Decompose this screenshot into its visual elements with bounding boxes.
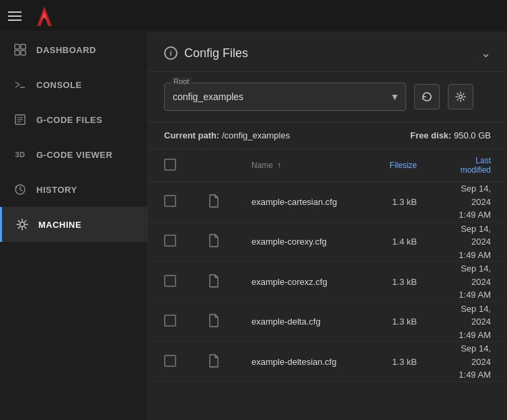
row-checkbox[interactable] (164, 235, 176, 247)
svg-rect-5 (21, 50, 26, 55)
svg-line-18 (25, 227, 26, 228)
free-disk-label: Free disk: (410, 130, 451, 140)
sidebar-item-label-history: HISTORY (36, 185, 77, 195)
svg-rect-4 (15, 50, 20, 55)
logo (32, 4, 56, 28)
file-name-cell[interactable]: example-deltesian.cfg (235, 342, 373, 382)
file-name-cell[interactable]: example-delta.cfg (235, 302, 373, 342)
content-area: i Config Files ⌄ Root config_examples co… (148, 32, 507, 420)
file-icon-cell (192, 342, 235, 382)
console-icon (13, 78, 27, 91)
current-path-group: Current path: /config_examples (164, 130, 290, 140)
select-all-checkbox[interactable] (164, 159, 176, 171)
sidebar-item-gcode-files[interactable]: G-CODE FILES (0, 102, 147, 137)
file-icon-cell (192, 302, 235, 342)
svg-point-12 (20, 222, 25, 227)
sidebar-item-gcode-viewer[interactable]: 3D G-CODE VIEWER (0, 137, 147, 172)
table-row: example-cartesian.cfg1.3 kBSep 14,20241:… (148, 182, 507, 222)
sidebar-item-dashboard[interactable]: DASHBOARD (0, 32, 147, 67)
sort-arrow-icon: ↑ (277, 161, 281, 170)
file-modified-cell: Sep 14,20241:49 AM (433, 302, 507, 342)
col-header-check (148, 149, 192, 182)
chevron-down-icon[interactable]: ⌄ (481, 46, 491, 60)
gcode-files-icon (13, 113, 27, 126)
sidebar: DASHBOARD CONSOLE G-CODE F (0, 32, 148, 420)
table-row: example-delta.cfg1.3 kBSep 14,20241:49 A… (148, 302, 507, 342)
row-checkbox[interactable] (164, 195, 176, 207)
file-doc-icon (208, 354, 219, 368)
file-name-cell[interactable]: example-cartesian.cfg (235, 182, 373, 222)
svg-rect-2 (15, 44, 20, 49)
sidebar-item-label-gcode-files: G-CODE FILES (36, 115, 102, 125)
file-size-cell: 1.3 kB (373, 302, 433, 342)
file-table: Name ↑ Filesize Last modified example-ca… (148, 149, 507, 382)
table-row: example-deltesian.cfg1.3 kBSep 14,20241:… (148, 342, 507, 382)
file-name-cell[interactable]: example-corexz.cfg (235, 262, 373, 302)
row-checkbox[interactable] (164, 355, 176, 367)
file-size-cell: 1.4 kB (373, 222, 433, 262)
col-header-filesize[interactable]: Filesize (373, 149, 433, 182)
config-files-title-group: i Config Files (164, 46, 248, 60)
refresh-button[interactable] (414, 84, 440, 110)
root-label: Root (171, 77, 192, 85)
config-files-title: Config Files (184, 46, 248, 60)
root-select-wrapper: Root config_examples config logs ▼ (164, 83, 406, 111)
file-size-cell: 1.3 kB (373, 342, 433, 382)
svg-line-19 (25, 220, 26, 222)
topbar (0, 0, 507, 32)
row-checkbox[interactable] (164, 314, 176, 327)
gcode-viewer-icon: 3D (13, 148, 27, 161)
file-name-cell[interactable]: example-corexy.cfg (235, 222, 373, 262)
dashboard-icon (13, 43, 27, 56)
current-path-value: /config_examples (222, 130, 290, 140)
table-row: example-corexz.cfg1.3 kBSep 14,20241:49 … (148, 262, 507, 302)
file-doc-icon (208, 234, 219, 247)
sidebar-item-label-console: CONSOLE (36, 80, 82, 90)
history-icon (13, 183, 27, 196)
file-size-cell: 1.3 kB (373, 262, 433, 302)
file-doc-icon (208, 274, 219, 288)
file-modified-cell: Sep 14,20241:49 AM (433, 182, 507, 222)
sidebar-item-console[interactable]: CONSOLE (0, 67, 147, 102)
current-path-label: Current path: (164, 130, 219, 140)
file-doc-icon (208, 194, 219, 208)
sidebar-item-label-machine: MACHINE (38, 220, 81, 230)
table-header-row: Name ↑ Filesize Last modified (148, 149, 507, 182)
col-header-modified[interactable]: Last modified (433, 149, 507, 182)
file-icon-cell (192, 222, 235, 262)
settings-button[interactable] (448, 84, 473, 110)
sidebar-item-machine[interactable]: MACHINE (0, 207, 147, 242)
col-header-icon (192, 149, 235, 182)
file-modified-cell: Sep 14,20241:49 AM (433, 222, 507, 262)
svg-line-17 (18, 220, 20, 222)
table-row: example-corexy.cfg1.4 kBSep 14,20241:49 … (148, 222, 507, 262)
file-doc-icon (208, 314, 219, 327)
file-icon-cell (192, 262, 235, 302)
machine-icon (15, 218, 29, 231)
path-info: Current path: /config_examples Free disk… (148, 122, 507, 149)
sidebar-item-label-gcode-viewer: G-CODE VIEWER (36, 150, 112, 160)
svg-point-21 (459, 95, 463, 99)
free-disk-value: 950.0 GB (454, 130, 491, 140)
hamburger-menu-button[interactable] (8, 11, 22, 21)
file-modified-cell: Sep 14,20241:49 AM (433, 342, 507, 382)
root-section: Root config_examples config logs ▼ (148, 72, 507, 122)
svg-line-20 (18, 227, 20, 228)
col-header-name[interactable]: Name ↑ (235, 149, 373, 182)
file-icon-cell (192, 182, 235, 222)
file-size-cell: 1.3 kB (373, 182, 433, 222)
sidebar-item-label-dashboard: DASHBOARD (36, 45, 96, 55)
free-disk-group: Free disk: 950.0 GB (410, 130, 491, 140)
root-select[interactable]: config_examples config logs (164, 83, 406, 111)
file-modified-cell: Sep 14,20241:49 AM (433, 262, 507, 302)
config-files-header: i Config Files ⌄ (148, 32, 507, 72)
sidebar-item-history[interactable]: HISTORY (0, 172, 147, 207)
col-name-label: Name (251, 161, 273, 170)
svg-rect-3 (21, 44, 26, 49)
main-layout: DASHBOARD CONSOLE G-CODE F (0, 32, 507, 420)
info-icon[interactable]: i (164, 46, 178, 60)
row-checkbox[interactable] (164, 275, 176, 287)
